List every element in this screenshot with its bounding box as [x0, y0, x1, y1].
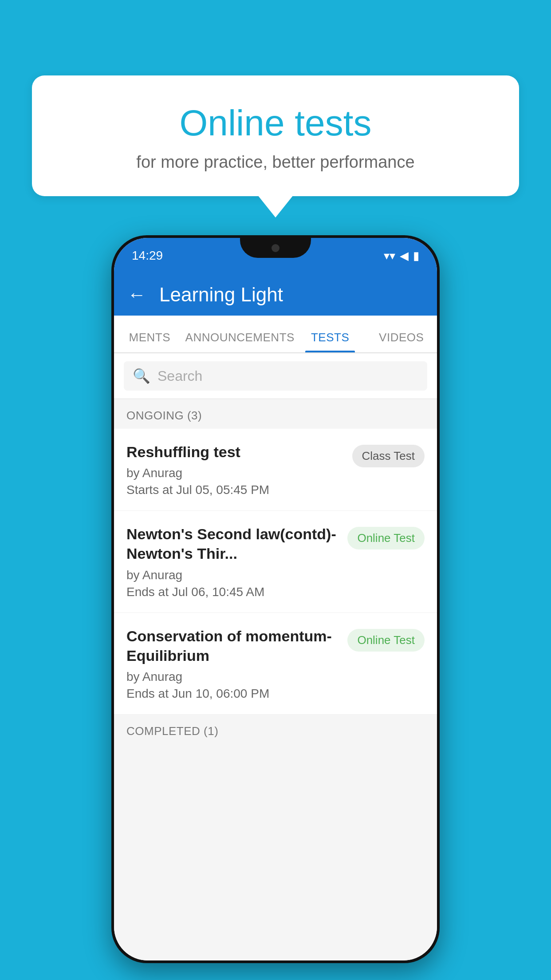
test-badge-online-2: Online Test	[347, 629, 425, 652]
battery-icon: ▮	[413, 249, 419, 263]
test-name: Newton's Second law(contd)-Newton's Thir…	[126, 524, 338, 563]
status-icons: ▾▾ ◀ ▮	[384, 249, 419, 263]
app-bar: ← Learning Light	[114, 273, 437, 316]
bubble-title: Online tests	[59, 102, 492, 144]
camera-dot	[272, 244, 279, 252]
test-item[interactable]: Newton's Second law(contd)-Newton's Thir…	[114, 511, 437, 612]
test-list: Reshuffling test by Anurag Starts at Jul…	[114, 429, 437, 715]
search-container: 🔍 Search	[114, 353, 437, 399]
wifi-icon: ▾▾	[384, 249, 395, 263]
test-item[interactable]: Conservation of momentum-Equilibrium by …	[114, 613, 437, 715]
phone-screen: 🔍 Search ONGOING (3) Reshuffling test by…	[114, 353, 437, 960]
tab-ments[interactable]: MENTS	[114, 331, 185, 352]
bubble-subtitle: for more practice, better performance	[59, 153, 492, 172]
back-button[interactable]: ←	[127, 284, 146, 305]
tab-tests[interactable]: TESTS	[295, 331, 366, 352]
test-name: Reshuffling test	[126, 442, 343, 462]
test-item[interactable]: Reshuffling test by Anurag Starts at Jul…	[114, 429, 437, 511]
status-bar: 14:29 ▾▾ ◀ ▮	[114, 238, 437, 273]
speech-bubble: Online tests for more practice, better p…	[32, 75, 519, 196]
status-time: 14:29	[132, 249, 163, 263]
search-bar[interactable]: 🔍 Search	[124, 361, 427, 391]
test-author: by Anurag	[126, 466, 343, 480]
tab-announcements[interactable]: ANNOUNCEMENTS	[185, 331, 295, 352]
test-author: by Anurag	[126, 670, 338, 684]
phone-content: 14:29 ▾▾ ◀ ▮ ← Learning Light MENTS	[114, 238, 437, 960]
app-title: Learning Light	[159, 284, 283, 306]
test-author: by Anurag	[126, 568, 338, 582]
search-icon: 🔍	[133, 368, 150, 384]
test-name: Conservation of momentum-Equilibrium	[126, 626, 338, 665]
test-info: Reshuffling test by Anurag Starts at Jul…	[126, 442, 343, 497]
ongoing-section-header: ONGOING (3)	[114, 399, 437, 429]
search-placeholder: Search	[157, 368, 202, 384]
test-badge-class: Class Test	[352, 445, 425, 467]
phone-frame: 14:29 ▾▾ ◀ ▮ ← Learning Light MENTS	[111, 235, 440, 963]
phone-notch	[240, 238, 311, 258]
tab-videos[interactable]: VIDEOS	[366, 331, 437, 352]
phone-inner: 14:29 ▾▾ ◀ ▮ ← Learning Light MENTS	[114, 238, 437, 960]
test-time: Ends at Jun 10, 06:00 PM	[126, 687, 338, 701]
test-info: Conservation of momentum-Equilibrium by …	[126, 626, 338, 701]
tabs-bar: MENTS ANNOUNCEMENTS TESTS VIDEOS	[114, 316, 437, 353]
test-time: Ends at Jul 06, 10:45 AM	[126, 585, 338, 599]
completed-section-title: COMPLETED (1)	[126, 724, 218, 738]
test-badge-online: Online Test	[347, 527, 425, 549]
test-time: Starts at Jul 05, 05:45 PM	[126, 483, 343, 497]
completed-section-header: COMPLETED (1)	[114, 715, 437, 744]
test-info: Newton's Second law(contd)-Newton's Thir…	[126, 524, 338, 599]
ongoing-section-title: ONGOING (3)	[126, 409, 202, 422]
signal-icon: ◀	[400, 249, 409, 263]
